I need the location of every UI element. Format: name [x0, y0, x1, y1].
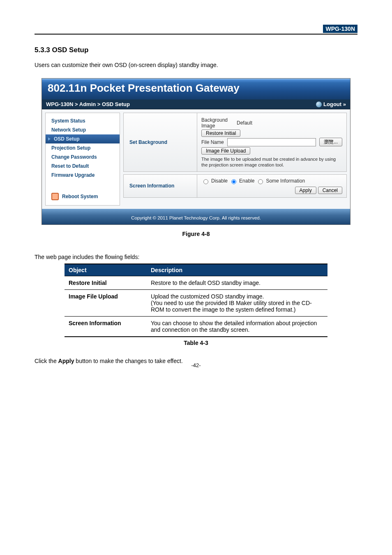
browse-button[interactable]: 瀏覽...	[319, 138, 342, 146]
table-row-desc: You can choose to show the detailed info…	[147, 317, 327, 337]
side-nav: System Status Network Setup OSD Setup Pr…	[45, 113, 120, 206]
nav-osd-setup[interactable]: OSD Setup	[46, 134, 120, 143]
copyright: Copyright © 2011 Planet Technology Corp.…	[42, 209, 350, 224]
logout-link[interactable]: Logout »	[323, 101, 346, 107]
cancel-button[interactable]: Cancel	[318, 187, 342, 194]
table-header-description: Description	[147, 264, 327, 276]
nav-firmware-upgrade[interactable]: Firmware Upgrade	[46, 171, 120, 180]
section-heading: 5.3.3 OSD Setup	[35, 46, 357, 54]
nav-change-passwords[interactable]: Change Passwords	[46, 153, 120, 162]
table-row-object: Screen Information	[65, 317, 147, 337]
breadcrumb-bar: WPG-130N > Admin > OSD Setup Logout »	[42, 99, 350, 109]
apply-button[interactable]: Apply	[295, 187, 316, 194]
figure-caption: Figure 4-8	[35, 231, 357, 237]
nav-network-setup[interactable]: Network Setup	[46, 125, 120, 134]
image-file-upload-button[interactable]: Image File Upload	[201, 147, 250, 155]
embedded-screenshot: 802.11n Pocket Presentation Gateway WPG-…	[42, 78, 350, 225]
model-badge: WPG-130N	[323, 25, 357, 33]
table-row-desc: Upload the customized OSD standby image.…	[147, 290, 327, 317]
radio-enable[interactable]	[231, 179, 236, 184]
table-row-object: Restore Initial	[65, 276, 147, 290]
intro-text: Users can customize their own OSD (on-sc…	[35, 62, 357, 68]
bg-image-label: Background Image	[201, 117, 233, 129]
radio-some-info[interactable]	[258, 179, 263, 184]
file-name-input[interactable]	[227, 138, 316, 146]
restore-initial-button[interactable]: Restore Initial	[201, 130, 240, 137]
nav-reboot-system[interactable]: Reboot System	[46, 191, 120, 202]
app-title: 802.11n Pocket Presentation Gateway	[42, 79, 350, 99]
nav-reboot-label: Reboot System	[62, 194, 98, 199]
document-header: WPG-130N	[35, 25, 357, 35]
radio-disable[interactable]	[203, 179, 208, 184]
table-row-object: Image File Upload	[65, 290, 147, 317]
table-row-desc: Restore to the default OSD standby image…	[147, 276, 327, 290]
description-table: Object Description Restore Initial Resto…	[65, 264, 327, 337]
radio-some-info-label: Some Information	[266, 178, 305, 184]
upload-hint: The image file to be uploaded must be cr…	[201, 156, 342, 168]
radio-disable-label: Disable	[211, 178, 228, 184]
panel-label-set-bg: Set Background	[124, 113, 197, 171]
table-caption: Table 4-3	[35, 340, 357, 346]
table-header-object: Object	[65, 264, 147, 276]
breadcrumb: WPG-130N > Admin > OSD Setup	[46, 101, 130, 107]
radio-enable-label: Enable	[239, 178, 254, 184]
globe-icon	[316, 102, 322, 107]
bg-image-value: Default	[237, 120, 252, 126]
fields-intro: The web page includes the flowing fields…	[35, 254, 357, 260]
panel-screen-information: Screen Information Disable Enable Some I…	[123, 174, 347, 198]
file-name-label: File Name	[201, 139, 224, 145]
panel-set-background: Set Background Background Image Default …	[123, 113, 347, 172]
nav-projection-setup[interactable]: Projection Setup	[46, 143, 120, 153]
nav-osd-setup-label: OSD Setup	[54, 136, 80, 142]
reboot-icon	[51, 193, 59, 200]
panel-label-screen-info: Screen Information	[124, 175, 197, 197]
page-number: -42-	[0, 362, 392, 368]
nav-system-status[interactable]: System Status	[46, 116, 120, 125]
triangle-icon	[48, 137, 51, 141]
nav-reset-to-default[interactable]: Reset to Default	[46, 162, 120, 171]
